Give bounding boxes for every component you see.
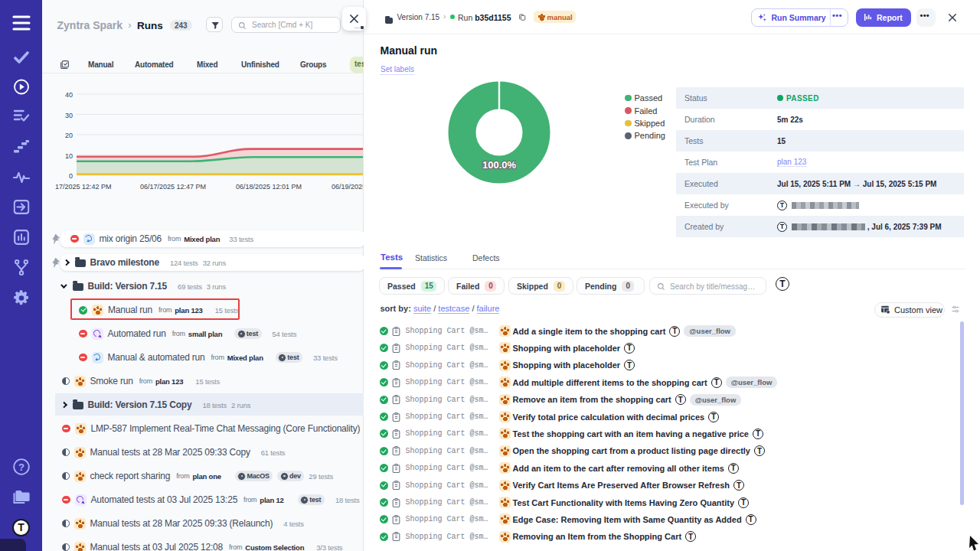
svg-text:0: 0 — [69, 172, 73, 180]
svg-text:06/17/2025 12:47 PM: 06/17/2025 12:47 PM — [140, 183, 206, 191]
svg-text:06/18/2025 12:01 PM: 06/18/2025 12:01 PM — [236, 183, 302, 191]
svg-text:?: ? — [18, 461, 24, 473]
svg-text:30: 30 — [65, 112, 73, 119]
svg-text:40: 40 — [65, 91, 73, 99]
svg-text:17/2025 12:42 PM: 17/2025 12:42 PM — [55, 183, 112, 191]
svg-text:100.0%: 100.0% — [482, 159, 517, 171]
svg-text:10: 10 — [65, 152, 73, 160]
svg-text:20: 20 — [65, 132, 73, 139]
svg-text:06/19/2025 1: 06/19/2025 1 — [332, 183, 363, 191]
